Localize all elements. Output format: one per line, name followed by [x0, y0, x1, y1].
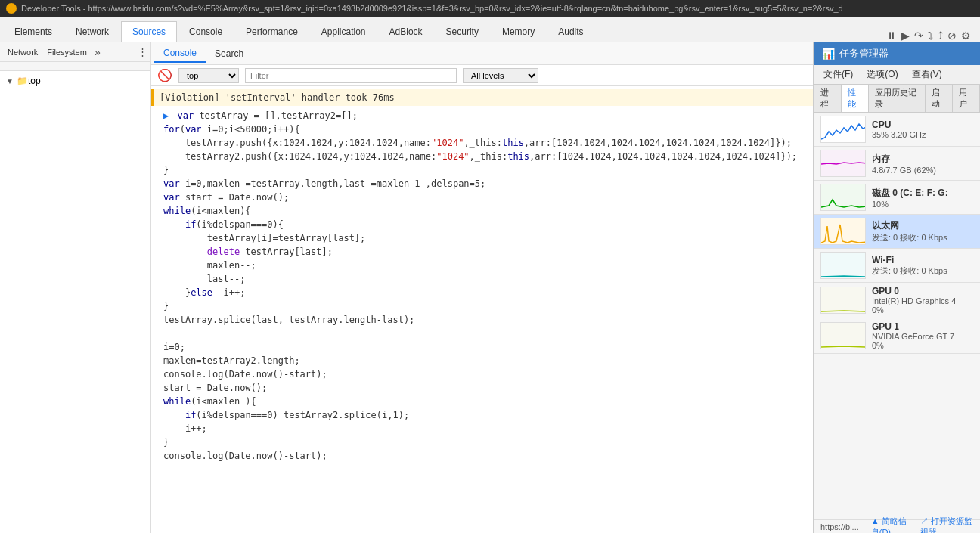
level-select[interactable]: All levels	[463, 68, 538, 83]
sidebar-nav: Network Filesystem » ⋮	[0, 42, 150, 62]
code-arrow: ▶	[163, 110, 169, 121]
task-manager-panel: 📊 任务管理器 文件(F) 选项(O) 查看(V) 进程 性能 应用历史记录 启…	[814, 42, 980, 533]
tab-network[interactable]: Network	[64, 21, 120, 42]
mem-name: 内存	[872, 153, 974, 166]
gpu0-graph	[820, 287, 866, 314]
mem-detail: 4.8/7.7 GB (62%)	[872, 166, 974, 175]
deactivate-button[interactable]: ⊘	[947, 29, 957, 42]
file-tree: ▼ 📁 top	[0, 71, 150, 533]
step-into-button[interactable]: ⤵	[928, 29, 933, 42]
top-bar: Developer Tools - https://www.baidu.com/…	[0, 0, 980, 17]
disk-graph	[820, 184, 866, 211]
wifi-info: Wi-Fi 发送: 0 接收: 0 Kbps	[872, 255, 974, 277]
cpu-graph	[820, 116, 866, 143]
clear-console-icon[interactable]: 🚫	[157, 68, 172, 82]
task-manager-items: CPU 35% 3.20 GHz 内存 4.8/7.7 GB (62%)	[814, 113, 980, 519]
code-block: ▶ var testArray = [],testArray2=[]; for(…	[151, 106, 813, 466]
settings-button[interactable]: ⚙	[961, 29, 971, 42]
gpu1-graph	[820, 322, 866, 349]
status-left: https://bi...	[820, 522, 859, 531]
gpu1-name: GPU 1	[872, 321, 974, 332]
tab-bar: Elements Network Sources Console Perform…	[0, 17, 980, 42]
gpu0-detail2: 0%	[872, 305, 974, 315]
sidebar-settings-icon[interactable]: ⋮	[138, 46, 147, 57]
step-out-button[interactable]: ⤴	[938, 29, 943, 42]
gpu0-info: GPU 0 Intel(R) HD Graphics 4 0%	[872, 286, 974, 315]
window-title: Developer Tools - https://www.baidu.com/…	[21, 4, 843, 13]
ethernet-info: 以太网 发送: 0 接收: 0 Kbps	[872, 219, 974, 243]
task-manager-label: 任务管理器	[839, 47, 889, 60]
panel-top: Network Filesystem » ⋮ ▼ 📁 top	[0, 42, 813, 533]
cpu-info: CPU 35% 3.20 GHz	[872, 119, 974, 139]
wifi-detail: 发送: 0 接收: 0 Kbps	[872, 265, 974, 277]
devtools-panel: Network Filesystem » ⋮ ▼ 📁 top	[0, 42, 814, 533]
task-manager-title: 📊 任务管理器	[814, 42, 980, 65]
task-manager-menu: 文件(F) 选项(O) 查看(V)	[814, 65, 980, 85]
tm-item-gpu0[interactable]: GPU 0 Intel(R) HD Graphics 4 0%	[814, 283, 980, 318]
console-subtabs: Console Search	[151, 42, 813, 65]
tm-tab-process[interactable]: 进程	[814, 85, 842, 112]
gpu1-detail: NVIDIA GeForce GT 7	[872, 332, 974, 341]
tab-console[interactable]: Console	[178, 21, 234, 42]
more-options-icon[interactable]: »	[95, 46, 101, 58]
menu-options[interactable]: 选项(O)	[861, 67, 904, 82]
gpu1-detail2: 0%	[872, 341, 974, 350]
wifi-name: Wi-Fi	[872, 255, 974, 265]
filter-input[interactable]	[245, 68, 457, 83]
resume-button[interactable]: ▶	[901, 29, 910, 42]
tm-item-cpu[interactable]: CPU 35% 3.20 GHz	[814, 113, 980, 147]
tm-item-mem[interactable]: 内存 4.8/7.7 GB (62%)	[814, 147, 980, 181]
console-output[interactable]: [Violation] 'setInterval' handler took 7…	[151, 86, 813, 533]
tab-elements[interactable]: Elements	[3, 21, 64, 42]
gpu1-info: GPU 1 NVIDIA GeForce GT 7 0%	[872, 321, 974, 350]
svg-rect-5	[821, 323, 866, 349]
tab-memory[interactable]: Memory	[491, 21, 546, 42]
tab-sources[interactable]: Sources	[121, 21, 177, 42]
cpu-detail: 35% 3.20 GHz	[872, 130, 974, 139]
tm-item-disk[interactable]: 磁盘 0 (C: E: F: G: 10%	[814, 181, 980, 215]
tab-application[interactable]: Application	[310, 21, 377, 42]
main-container: Network Filesystem » ⋮ ▼ 📁 top	[0, 42, 980, 533]
menu-file[interactable]: 文件(F)	[817, 67, 859, 82]
brief-info-link[interactable]: ▲ 简略信息(D)	[871, 516, 914, 534]
ethernet-graph	[820, 218, 866, 245]
svg-rect-4	[821, 287, 866, 314]
console-tab[interactable]: Console	[154, 45, 206, 63]
tm-tab-performance[interactable]: 性能	[842, 85, 869, 112]
tree-item-top[interactable]: ▼ 📁 top	[0, 74, 150, 88]
wifi-graph	[820, 252, 866, 279]
ethernet-name: 以太网	[872, 219, 974, 232]
cpu-name: CPU	[872, 119, 974, 130]
horizontal-scrollbar[interactable]	[0, 62, 150, 71]
step-over-button[interactable]: ↷	[914, 29, 923, 42]
gpu0-detail: Intel(R) HD Graphics 4	[872, 296, 974, 305]
tree-arrow: ▼	[6, 77, 14, 85]
tm-item-gpu1[interactable]: GPU 1 NVIDIA GeForce GT 7 0%	[814, 318, 980, 354]
tab-adblock[interactable]: AdBlock	[378, 21, 434, 42]
tm-tab-users[interactable]: 用户	[953, 85, 980, 112]
context-select[interactable]: top	[178, 68, 239, 83]
tab-security[interactable]: Security	[435, 21, 490, 42]
console-filter-bar: 🚫 top All levels	[151, 65, 813, 86]
network-tab[interactable]: Network	[3, 46, 42, 58]
tm-tab-startup[interactable]: 启动	[926, 85, 953, 112]
ethernet-detail: 发送: 0 接收: 0 Kbps	[872, 232, 974, 243]
mem-graph	[820, 150, 866, 177]
menu-view[interactable]: 查看(V)	[906, 67, 948, 82]
search-tab[interactable]: Search	[206, 45, 253, 62]
disk-info: 磁盘 0 (C: E: F: G: 10%	[872, 187, 974, 209]
disk-detail: 10%	[872, 200, 974, 209]
mem-info: 内存 4.8/7.7 GB (62%)	[872, 153, 974, 175]
filesystem-tab[interactable]: Filesystem	[42, 46, 91, 58]
tm-item-ethernet[interactable]: 以太网 发送: 0 接收: 0 Kbps	[814, 215, 980, 249]
tab-performance[interactable]: Performance	[234, 21, 309, 42]
open-monitor-link[interactable]: ↗ 打开资源监视器	[920, 516, 974, 534]
file-sidebar: Network Filesystem » ⋮ ▼ 📁 top	[0, 42, 151, 533]
disk-name: 磁盘 0 (C: E: F: G:	[872, 187, 974, 200]
tab-audits[interactable]: Audits	[547, 21, 594, 42]
tm-tab-history[interactable]: 应用历史记录	[869, 85, 925, 112]
folder-icon: 📁	[17, 76, 28, 86]
task-manager-tabs: 进程 性能 应用历史记录 启动 用户	[814, 85, 980, 113]
tm-item-wifi[interactable]: Wi-Fi 发送: 0 接收: 0 Kbps	[814, 249, 980, 283]
pause-button[interactable]: ⏸	[886, 29, 897, 42]
